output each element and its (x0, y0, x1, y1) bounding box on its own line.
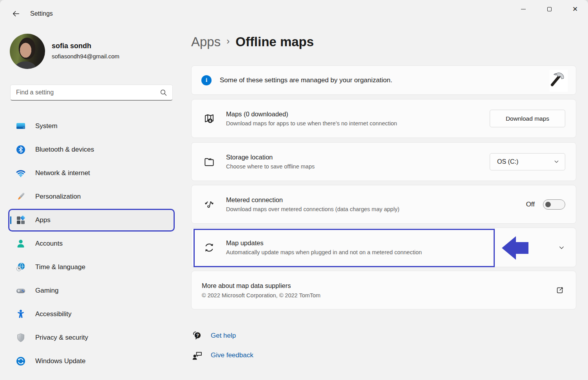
shield-icon (16, 333, 26, 343)
sidebar-item-privacy-security[interactable]: Privacy & security (10, 328, 173, 347)
window-title: Settings (30, 10, 53, 17)
sidebar-item-personalization[interactable]: Personalization (10, 187, 173, 206)
person-icon (16, 239, 26, 249)
metered-title: Metered connection (226, 196, 399, 204)
sidebar-item-label: Personalization (35, 193, 81, 201)
sidebar-item-time-language[interactable]: Time & language (10, 258, 173, 277)
external-link-icon[interactable] (555, 286, 564, 295)
sidebar-item-label: Apps (35, 216, 51, 224)
user-name: sofia sondh (52, 42, 91, 50)
maximize-icon (547, 7, 552, 11)
maximize-button[interactable] (536, 0, 562, 18)
page-title: Offline maps (235, 34, 314, 49)
hammer-cursor-image (550, 70, 568, 92)
metered-subtitle: Download maps over metered connections (… (226, 206, 399, 212)
banner-text: Some of these settings are managed by yo… (220, 76, 392, 84)
search-icon (160, 89, 167, 96)
breadcrumb-parent[interactable]: Apps (191, 34, 221, 49)
sidebar-item-label: Network & internet (35, 169, 90, 177)
folder-icon (203, 156, 215, 168)
sidebar-item-apps[interactable]: Apps (10, 211, 173, 230)
give-feedback-label: Give feedback (211, 351, 253, 359)
chevron-down-icon (554, 159, 559, 165)
managed-org-banner: i Some of these settings are managed by … (191, 65, 576, 95)
storage-location-card: Storage location Choose where to save of… (191, 142, 576, 181)
sidebar-item-network-internet[interactable]: Network & internet (10, 164, 173, 183)
close-button[interactable]: ✕ (562, 0, 588, 18)
sidebar-item-label: Time & language (35, 263, 85, 271)
annotation-arrow-icon (502, 235, 528, 262)
toggle-state-label: Off (526, 201, 535, 208)
sidebar-item-accessibility[interactable]: Accessibility (10, 305, 173, 324)
map-updates-card[interactable]: Map updates Automatically update maps wh… (191, 228, 576, 267)
globe-clock-icon (16, 262, 26, 272)
settings-window: Settings ✕ sofia sondh sofiasondh94@gmai… (0, 0, 588, 380)
sidebar-item-label: Windows Update (35, 357, 86, 365)
get-help-link[interactable]: ? Get help (191, 329, 236, 342)
sidebar-item-label: Bluetooth & devices (35, 146, 94, 154)
sync-icon (203, 242, 215, 253)
help-bubble-icon: ? (191, 330, 203, 341)
maps-title: Maps (0 downloaded) (226, 110, 397, 118)
close-icon: ✕ (572, 6, 578, 13)
metered-connection-toggle[interactable] (543, 199, 565, 210)
sidebar-item-accounts[interactable]: Accounts (10, 234, 173, 253)
sidebar-item-label: Gaming (35, 287, 59, 295)
feedback-person-icon (191, 350, 203, 361)
sidebar-item-label: Accounts (35, 240, 63, 248)
get-help-label: Get help (211, 332, 236, 340)
info-icon: i (201, 75, 212, 85)
sidebar-item-label: System (35, 122, 58, 130)
maps-subtitle: Download maps for apps to use when there… (226, 120, 397, 127)
back-button[interactable] (8, 7, 24, 20)
breadcrumb-chevron-icon: › (226, 36, 230, 47)
map-updates-title: Map updates (226, 239, 422, 247)
svg-text:?: ? (196, 333, 199, 338)
sidebar-item-system[interactable]: System (10, 117, 173, 136)
minimize-icon (521, 9, 526, 9)
bluetooth-icon (16, 145, 26, 155)
map-download-icon (203, 113, 215, 125)
map-data-suppliers-card[interactable]: More about map data suppliers © 2022 Mic… (191, 271, 576, 309)
sidebar-item-label: Privacy & security (35, 334, 88, 342)
suppliers-title: More about map data suppliers (202, 282, 320, 290)
storage-location-value: OS (C:) (497, 158, 518, 165)
toggle-knob (545, 202, 551, 207)
search-box[interactable] (10, 85, 173, 101)
give-feedback-link[interactable]: Give feedback (191, 349, 253, 362)
gauge-icon (203, 199, 215, 210)
breadcrumb: Apps › Offline maps (191, 34, 314, 49)
back-arrow-icon (12, 9, 20, 18)
user-email: sofiasondh94@gmail.com (52, 53, 119, 60)
system-icon (16, 121, 26, 131)
selection-indicator (10, 216, 11, 224)
accessibility-person-icon (16, 309, 26, 319)
maps-setting-card: Maps (0 downloaded) Download maps for ap… (191, 99, 576, 138)
storage-subtitle: Choose where to save offline maps (226, 163, 315, 170)
update-icon (16, 356, 26, 366)
suppliers-copyright: © 2022 Microsoft Corporation, © 2022 Tom… (202, 292, 320, 299)
storage-location-dropdown[interactable]: OS (C:) (490, 153, 565, 170)
wifi-icon (16, 168, 26, 178)
sidebar-item-bluetooth-devices[interactable]: Bluetooth & devices (10, 140, 173, 159)
sidebar-item-windows-update[interactable]: Windows Update (10, 352, 173, 371)
download-maps-button[interactable]: Download maps (490, 110, 565, 127)
sidebar-nav: System Bluetooth & devices Network & int… (10, 117, 173, 375)
sidebar-item-gaming[interactable]: Gaming (10, 281, 173, 300)
expand-chevron-icon[interactable] (558, 244, 565, 251)
map-updates-subtitle: Automatically update maps when plugged i… (226, 249, 422, 255)
search-input[interactable] (11, 89, 160, 96)
apps-icon (16, 215, 26, 225)
avatar (10, 34, 45, 69)
storage-title: Storage location (226, 154, 315, 161)
paintbrush-icon (16, 192, 26, 202)
minimize-button[interactable] (510, 0, 536, 18)
gamepad-icon (16, 286, 26, 296)
sidebar-item-label: Accessibility (35, 310, 72, 318)
metered-connection-card: Metered connection Download maps over me… (191, 185, 576, 224)
